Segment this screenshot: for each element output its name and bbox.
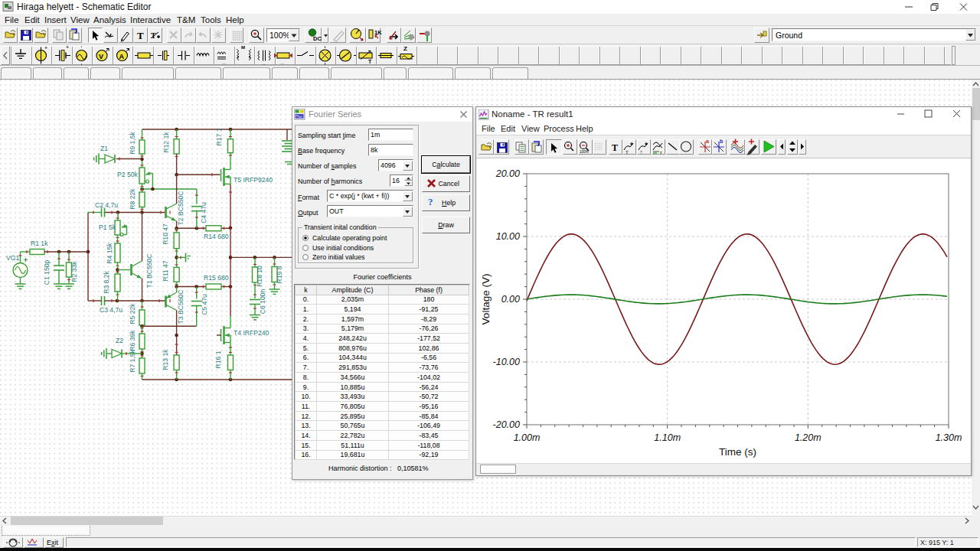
svg-text:...: ... — [222, 60, 226, 65]
svg-text:1.30m: 1.30m — [936, 432, 962, 443]
svg-text:P1 5k: P1 5k — [99, 223, 116, 231]
svg-text:R1 1k: R1 1k — [31, 240, 48, 247]
svg-text:C3 4,7u: C3 4,7u — [100, 306, 122, 314]
svg-text:R6 39k: R6 39k — [129, 330, 136, 351]
svg-text:V: V — [99, 53, 103, 60]
svg-text:M: M — [241, 45, 245, 50]
svg-text:VG1: VG1 — [6, 254, 19, 262]
svg-text:R14 680: R14 680 — [204, 233, 229, 240]
svg-text:R8 22k: R8 22k — [129, 188, 136, 210]
svg-text:T1 BC550C: T1 BC550C — [145, 254, 153, 289]
svg-text:R4 15k: R4 15k — [106, 243, 113, 264]
svg-text:Z2: Z2 — [116, 337, 123, 344]
svg-text:Z: Z — [403, 45, 407, 52]
svg-text:R10 47: R10 47 — [162, 223, 169, 245]
svg-text:C4 47u: C4 47u — [200, 202, 207, 223]
svg-text:-20.00: -20.00 — [493, 419, 520, 430]
svg-text:1.00m: 1.00m — [514, 432, 541, 443]
svg-text:R19 8: R19 8 — [276, 266, 283, 283]
svg-text:C6 100n: C6 100n — [259, 289, 266, 315]
svg-text:Time (s): Time (s) — [719, 446, 756, 458]
svg-text:Z1: Z1 — [100, 145, 108, 152]
svg-text:R18 10: R18 10 — [256, 266, 263, 287]
svg-text:10.00: 10.00 — [496, 231, 520, 242]
svg-text:C5 47u: C5 47u — [201, 294, 208, 315]
svg-text:...: ... — [262, 61, 266, 66]
svg-text:...: ... — [280, 60, 284, 65]
svg-text:R5 22k: R5 22k — [129, 303, 136, 324]
svg-text:+: + — [66, 44, 69, 50]
svg-text:R7 1,5k: R7 1,5k — [129, 349, 136, 372]
svg-text:1.10m: 1.10m — [654, 432, 681, 443]
svg-text:T: T — [368, 59, 372, 64]
svg-text:C1 150p: C1 150p — [43, 260, 51, 285]
svg-text:R9 1,5k: R9 1,5k — [129, 131, 136, 154]
svg-text:R15 680: R15 680 — [204, 274, 229, 282]
svg-text:C2 4,7u: C2 4,7u — [95, 201, 118, 209]
svg-text:A: A — [119, 53, 125, 60]
svg-text:Voltage (V): Voltage (V) — [480, 274, 492, 325]
svg-text:20.00: 20.00 — [495, 168, 520, 179]
svg-text:P2 50k: P2 50k — [117, 171, 138, 178]
svg-text:1.20m: 1.20m — [795, 432, 822, 443]
svg-text:R12 1k: R12 1k — [162, 132, 170, 153]
svg-text:R16 1: R16 1 — [214, 350, 222, 368]
svg-text:T4 IRFP240: T4 IRFP240 — [234, 329, 270, 337]
svg-text:T3 BC560C: T3 BC560C — [177, 290, 185, 324]
svg-text:T5 IRFP9240: T5 IRFP9240 — [234, 176, 273, 184]
svg-text:R3 8,2k: R3 8,2k — [103, 270, 110, 293]
svg-text:R11 47: R11 47 — [162, 260, 169, 281]
svg-text:R13 1k: R13 1k — [162, 349, 169, 370]
svg-text:+: + — [44, 45, 47, 51]
svg-text:-10.00: -10.00 — [493, 357, 520, 367]
svg-text:R2 33k: R2 33k — [70, 261, 78, 282]
svg-text:0.00: 0.00 — [501, 294, 520, 305]
svg-text:R17 1: R17 1 — [215, 128, 223, 145]
svg-text:T2 BC550C: T2 BC550C — [177, 191, 185, 226]
